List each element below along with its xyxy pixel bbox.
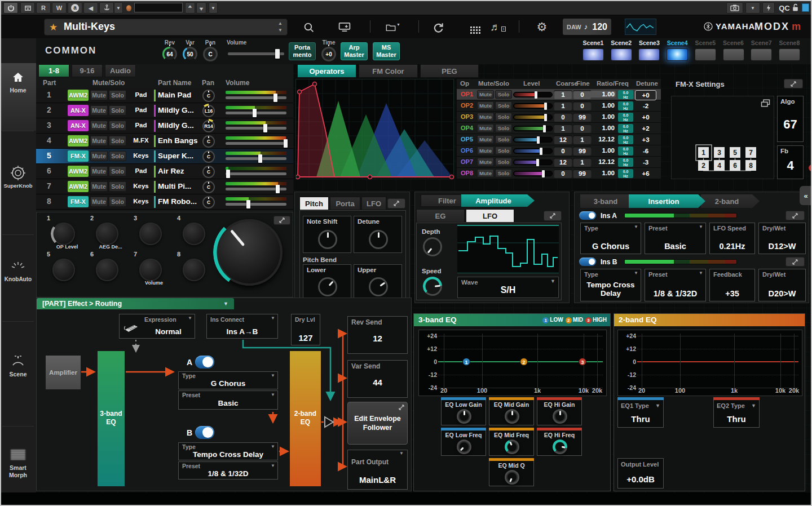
solo-button[interactable]: Solo [109, 90, 126, 100]
op-ratio-value[interactable]: 1.00 [592, 113, 615, 120]
output-meter-display[interactable] [625, 19, 656, 35]
eq-knob-box[interactable]: EQ Mid Gain [489, 400, 534, 425]
super-knob[interactable] [216, 219, 283, 286]
op-detune-value[interactable]: -6 [635, 147, 656, 156]
part-pan-knob[interactable]: L16 [202, 105, 215, 117]
tool-dropdown[interactable]: ▼ [114, 2, 123, 14]
op-ratio-value[interactable]: 12.12 [592, 158, 615, 165]
part-volume-slider[interactable] [226, 127, 286, 130]
knob-dial[interactable] [183, 223, 205, 245]
knob-dial[interactable] [139, 259, 162, 281]
arp-master-button[interactable]: ArpMaster [341, 42, 368, 60]
assignable-knob[interactable]: 7 Volume [134, 252, 174, 287]
output-level-box[interactable]: Output Level +0.0dB [617, 458, 664, 489]
route-a-toggle[interactable] [195, 356, 214, 369]
op-level-slider[interactable] [513, 159, 553, 165]
op-detune-value[interactable]: +2 [635, 124, 656, 133]
sidebar-item-home[interactable]: Home [0, 68, 36, 94]
eq-knob-box[interactable]: EQ Mid Freq [489, 430, 534, 456]
op-detune-value[interactable]: +0 [635, 90, 656, 100]
eq-knob-dial[interactable] [457, 409, 471, 424]
tab-peg[interactable]: PEG [420, 64, 479, 78]
solo-button[interactable]: Solo [109, 105, 126, 116]
power-button[interactable] [3, 2, 18, 14]
op-coarse-value[interactable]: 1 [554, 124, 572, 133]
speed-knob[interactable] [423, 277, 442, 296]
ins-b-expand-button[interactable] [785, 257, 805, 267]
scene-button[interactable] [751, 48, 772, 61]
solo-button[interactable]: Solo [109, 136, 126, 146]
algo-box[interactable]: Algo 67 [777, 96, 804, 142]
tab-lfo[interactable]: LFO [361, 197, 386, 210]
op-fine-value[interactable]: 0 [573, 124, 592, 133]
operator-level-graph[interactable] [295, 79, 454, 179]
tab-operators[interactable]: Operators [297, 64, 356, 78]
eq1-type-box[interactable]: EQ1 Type ▼ Thru [617, 400, 664, 428]
knob-dial[interactable] [52, 259, 75, 281]
op-detune-value[interactable]: -3 [635, 158, 656, 167]
op-detune-value[interactable]: +6 [635, 169, 656, 178]
sync-button[interactable] [431, 20, 445, 34]
sidebar-item-smart-morph[interactable]: Smart Morph [0, 445, 36, 479]
pitch-detune-box[interactable]: Detune [354, 216, 402, 253]
patch-name-box[interactable]: ★ Multi-Keys ▲▼ [44, 19, 288, 35]
assignable-knob[interactable]: 3 [134, 216, 174, 251]
part-volume-slider[interactable] [226, 96, 286, 99]
route-a-preset-box[interactable]: Preset▼ Basic [178, 390, 278, 410]
tab-eg[interactable]: EG [416, 209, 465, 223]
op-detune-value[interactable]: +3 [635, 135, 656, 144]
op-mute-button[interactable]: Mute [477, 169, 494, 177]
knob-dial[interactable] [96, 223, 118, 245]
folder-dropdown[interactable]: ▼ [396, 23, 400, 26]
op-solo-button[interactable]: Solo [495, 90, 512, 99]
part-name[interactable]: Mildly G... [158, 106, 200, 114]
tab-fm-color[interactable]: FM Color [359, 64, 418, 78]
part-pan-knob[interactable]: C [202, 135, 215, 148]
portamento-button[interactable]: Portamento [289, 42, 316, 60]
part-volume-slider[interactable] [226, 142, 286, 145]
op-mute-button[interactable]: Mute [477, 124, 494, 132]
ins-b-toggle[interactable] [579, 258, 596, 266]
var-send-box[interactable]: Var Send 44 [347, 360, 408, 398]
eq-knob-box[interactable]: EQ Mid Q [489, 460, 534, 486]
sidebar-item-superknob[interactable]: SuperKnob [0, 163, 36, 189]
op-fine-value[interactable]: 99 [573, 113, 592, 122]
eq-knob-dial[interactable] [553, 440, 567, 454]
operator-row[interactable]: OP8 Mute Solo 0 99 1.00 0.0Hz +6 [457, 168, 661, 179]
tab-2band[interactable]: 2-band [701, 194, 760, 208]
knob-dial[interactable] [139, 223, 162, 245]
part-name[interactable]: Air Rez [158, 167, 200, 175]
toolbar-dropdown[interactable]: ▼ [209, 2, 218, 14]
scene-button[interactable] [723, 48, 744, 61]
solo-button[interactable]: Solo [109, 181, 126, 192]
expression-box[interactable]: Expression ▼ Normal [119, 314, 195, 339]
part-row[interactable]: 8 FM-X Mute Solo Keys FM Robo... C [36, 194, 293, 210]
sidebar-item-scene[interactable]: Scene [0, 352, 36, 378]
part-row[interactable]: 5 FM-X Mute Solo Keys Super K... C [36, 149, 293, 164]
part-row[interactable]: 2 AN-X Mute Solo Pad Mildly G... L16 [36, 103, 293, 118]
assignable-knob[interactable]: 6 [90, 252, 131, 287]
tool-button[interactable] [99, 2, 114, 14]
settings-button[interactable]: ⚙ [535, 20, 549, 34]
part-name[interactable]: Main Pad [158, 91, 200, 99]
tab-parts-1-8[interactable]: 1-8 [38, 64, 69, 77]
pitch-bend-lower-knob[interactable] [318, 277, 337, 296]
eject-down-button[interactable]: ▁▼ [196, 2, 206, 14]
mute-button[interactable]: Mute [90, 121, 108, 131]
search-button[interactable] [301, 20, 316, 34]
op-mute-button[interactable]: Mute [477, 113, 494, 121]
eject-up-button[interactable]: ▲▔ [185, 2, 195, 14]
knob-dial[interactable] [52, 223, 75, 245]
tab-porta[interactable]: Porta [330, 197, 360, 210]
op-ratio-value[interactable]: 1.00 [592, 102, 615, 109]
op-ratio-value[interactable]: 1.00 [590, 91, 616, 97]
part-pan-knob[interactable]: C [202, 196, 215, 208]
part-name[interactable]: Enh Bangs [158, 136, 200, 145]
assignable-knob[interactable]: 1 OP Level [47, 216, 87, 251]
part-pan-knob[interactable]: C [202, 166, 215, 178]
part-name[interactable]: Multi Pi... [158, 182, 200, 190]
op-solo-button[interactable]: Solo [495, 124, 512, 132]
read-button[interactable]: R [36, 2, 51, 14]
route-b-type-box[interactable]: Type▼ Tempo Cross Delay [178, 442, 278, 460]
eq-knob-dial[interactable] [505, 440, 519, 454]
